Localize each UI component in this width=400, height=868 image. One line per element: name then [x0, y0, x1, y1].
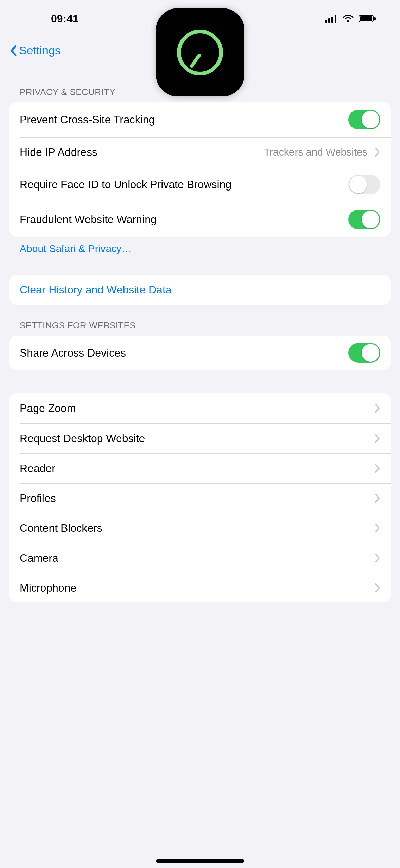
row-content-blockers[interactable]: Content Blockers — [9, 513, 391, 543]
wifi-icon — [342, 15, 354, 23]
cellular-icon — [325, 15, 338, 23]
row-detail: Trackers and Websites — [264, 146, 367, 159]
svg-rect-5 — [360, 16, 372, 21]
row-reader[interactable]: Reader — [9, 453, 391, 483]
back-button[interactable]: Settings — [9, 44, 61, 57]
row-prevent-cross-site-tracking[interactable]: Prevent Cross-Site Tracking — [9, 102, 391, 137]
row-label: Fraudulent Website Warning — [20, 213, 342, 226]
clock-icon — [177, 30, 223, 75]
row-fraudulent-website-warning[interactable]: Fraudulent Website Warning — [9, 202, 391, 237]
row-label: Require Face ID to Unlock Private Browsi… — [20, 178, 342, 191]
settings-content: Privacy & Security Prevent Cross-Site Tr… — [0, 71, 400, 643]
svg-rect-1 — [328, 18, 330, 23]
row-share-across-devices[interactable]: Share Across Devices — [9, 336, 391, 370]
row-require-faceid-private-browsing[interactable]: Require Face ID to Unlock Private Browsi… — [9, 167, 391, 202]
chevron-right-icon — [374, 493, 380, 503]
row-label: Request Desktop Website — [20, 432, 367, 445]
toggle-prevent-tracking[interactable] — [348, 110, 380, 129]
row-microphone[interactable]: Microphone — [9, 573, 391, 602]
battery-icon — [359, 15, 376, 23]
row-profiles[interactable]: Profiles — [9, 483, 391, 513]
svg-rect-3 — [335, 15, 336, 23]
chevron-left-icon — [9, 44, 17, 57]
row-camera[interactable]: Camera — [9, 543, 391, 573]
toggle-fraud-warning[interactable] — [348, 210, 380, 229]
chevron-right-icon — [374, 523, 380, 533]
row-label: Hide IP Address — [20, 145, 257, 159]
chevron-right-icon — [374, 583, 380, 593]
row-label: Share Across Devices — [20, 346, 342, 360]
chevron-right-icon — [374, 463, 380, 473]
chevron-right-icon — [374, 433, 380, 444]
row-label: Microphone — [20, 581, 367, 595]
svg-rect-0 — [325, 20, 327, 23]
row-page-zoom[interactable]: Page Zoom — [9, 393, 391, 423]
group-privacy: Prevent Cross-Site Tracking Hide IP Addr… — [9, 102, 391, 237]
group-share-across-devices: Share Across Devices — [9, 336, 391, 370]
row-label: Clear History and Website Data — [20, 283, 380, 296]
status-time: 09:41 — [51, 13, 79, 25]
group-site-settings: Page Zoom Request Desktop Website Reader… — [9, 393, 391, 602]
home-indicator[interactable] — [156, 859, 244, 863]
group-clear-history: Clear History and Website Data — [9, 275, 391, 305]
svg-rect-2 — [331, 17, 333, 23]
back-label: Settings — [19, 44, 61, 57]
row-label: Prevent Cross-Site Tracking — [20, 113, 342, 126]
row-label: Profiles — [20, 491, 367, 505]
chevron-right-icon — [374, 147, 380, 157]
row-hide-ip-address[interactable]: Hide IP Address Trackers and Websites — [9, 137, 391, 167]
row-label: Camera — [20, 551, 367, 565]
status-right — [325, 15, 376, 23]
floating-app-icon[interactable] — [156, 8, 244, 96]
row-label: Page Zoom — [20, 401, 367, 415]
toggle-require-faceid[interactable] — [348, 175, 380, 194]
toggle-share-across-devices[interactable] — [348, 343, 380, 363]
chevron-right-icon — [374, 403, 380, 413]
link-about-safari-privacy[interactable]: About Safari & Privacy… — [0, 237, 400, 254]
row-request-desktop-website[interactable]: Request Desktop Website — [9, 423, 391, 453]
row-clear-history[interactable]: Clear History and Website Data — [9, 275, 391, 305]
section-header-websites: Settings for Websites — [0, 305, 400, 336]
chevron-right-icon — [374, 553, 380, 563]
svg-rect-6 — [374, 17, 376, 20]
row-label: Reader — [20, 462, 367, 475]
row-label: Content Blockers — [20, 521, 367, 535]
